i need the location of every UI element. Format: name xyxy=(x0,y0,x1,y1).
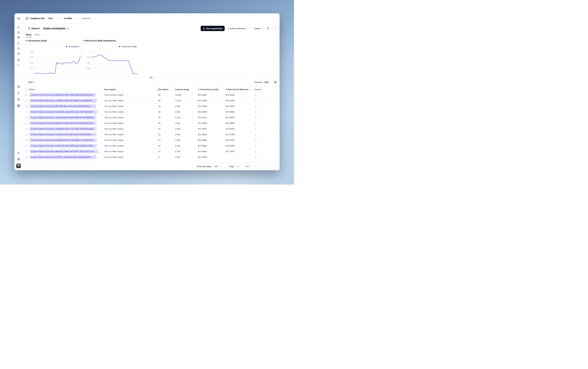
row-checkbox[interactable] xyxy=(25,150,28,153)
row-actions-menu-button[interactable] xyxy=(254,99,257,102)
row-actions-menu-button[interactable] xyxy=(254,138,257,142)
sidebar-item-home[interactable] xyxy=(16,30,21,35)
sidebar-item-search[interactable] xyxy=(16,25,21,30)
tab-runs[interactable]: Runs xyxy=(26,33,32,37)
sidebar-item-sessions[interactable] xyxy=(16,46,21,51)
table-row[interactable]: Custom Python Execution 1daec0f9-5e78-43… xyxy=(23,115,280,120)
table-row[interactable]: Custom Python Execution 114aa9ef-29e6-4e… xyxy=(23,98,280,103)
row-checkbox[interactable] xyxy=(25,94,28,96)
row-actions-menu-button[interactable] xyxy=(254,105,257,108)
filters-button[interactable]: Filters xyxy=(26,80,39,85)
last-page-button[interactable]: » xyxy=(273,164,278,169)
breadcrumb-section[interactable]: Datasets xyxy=(82,17,90,20)
row-actions-menu-button[interactable] xyxy=(254,144,257,148)
header-more-menu-button[interactable] xyxy=(273,26,278,31)
sidebar-item-playground[interactable] xyxy=(16,62,21,67)
page-number-input[interactable]: 1 xyxy=(235,164,244,169)
sidebar-item-tracing[interactable] xyxy=(16,41,21,46)
sidebar-item-evaluators[interactable] xyxy=(16,91,21,95)
database-icon xyxy=(28,27,30,30)
column-header-run-items[interactable]: Run Items xyxy=(157,88,174,91)
run-name-link[interactable]: Custom Python Execution 9fe23f98-881e-44… xyxy=(29,104,96,108)
row-actions-menu-button[interactable] xyxy=(254,133,257,136)
sidebar-item-users[interactable] xyxy=(16,51,21,56)
run-correctness-avg: Ø 0.6489 xyxy=(196,94,224,96)
run-name-link[interactable]: Custom Python Execution f6bb1614-1f90-40… xyxy=(29,121,97,125)
run-name-link[interactable]: Custom Python Execution 114aa9ef-29e6-4e… xyxy=(29,99,97,102)
table-row[interactable]: Custom Python Execution 5a15a616-1bab-44… xyxy=(23,109,280,115)
row-height-button[interactable] xyxy=(273,80,278,85)
row-checkbox[interactable] xyxy=(25,100,28,102)
run-description: Test our filter creator xyxy=(102,99,157,102)
row-actions-menu-button[interactable] xyxy=(254,127,257,131)
column-header-description[interactable]: Description xyxy=(102,88,157,91)
first-page-button[interactable]: « xyxy=(254,164,258,169)
dataset-info-button[interactable] xyxy=(67,27,69,30)
page-header: Dataset basic-examples Run experiment xyxy=(26,26,278,31)
table-row[interactable]: Custom Python Execution adfae619-abb0-4d… xyxy=(23,149,280,154)
rows-per-page-select[interactable]: 50 xyxy=(213,164,223,169)
user-avatar[interactable] xyxy=(16,164,21,168)
sidebar-item-datasets[interactable] xyxy=(16,103,21,108)
table-row[interactable]: Custom Python Execution 371f531c-abff-4d… xyxy=(23,154,280,160)
row-checkbox[interactable] xyxy=(25,145,28,147)
project-switcher-button[interactable] xyxy=(74,17,77,20)
run-name-link[interactable]: Custom Python Execution 5a15a616-1bab-44… xyxy=(29,110,98,114)
table-row[interactable]: Custom Python Execution f6bb1614-1f90-40… xyxy=(23,120,280,126)
breadcrumb-org[interactable]: langfuse-dev xyxy=(31,17,45,20)
table-row[interactable]: Custom Python Execution 74de488e-ec9d-47… xyxy=(23,126,280,132)
row-actions-menu-button[interactable] xyxy=(254,110,257,114)
run-name-link[interactable]: Custom Python Execution d66e7991-8595-45… xyxy=(29,93,96,97)
row-actions-menu-button[interactable] xyxy=(254,150,257,153)
sidebar-item-settings[interactable] xyxy=(16,150,21,155)
table-row[interactable]: Custom Python Execution 9fe23f98-881e-44… xyxy=(23,103,280,109)
org-switcher-button[interactable] xyxy=(56,17,59,20)
column-header-parse-error[interactable]: # Parse Error Rate (an... xyxy=(224,88,252,91)
run-name-link[interactable]: Custom Python Execution e14fa348-5cfc-49… xyxy=(29,133,97,136)
row-actions-menu-button[interactable] xyxy=(254,122,257,125)
sidebar-item-dashboards[interactable] xyxy=(16,35,21,40)
row-actions-menu-button[interactable] xyxy=(254,155,257,159)
row-checkbox[interactable] xyxy=(25,105,28,107)
run-name-link[interactable]: Custom Python Execution fe91b83e-04a5-47… xyxy=(29,138,97,142)
next-page-button[interactable]: › xyxy=(267,164,271,169)
run-name-link[interactable]: Custom Python Execution 371f531c-abff-4d… xyxy=(29,155,96,159)
row-checkbox[interactable] xyxy=(25,133,28,135)
sidebar-item-annotation[interactable] xyxy=(16,97,21,102)
tab-items[interactable]: Items xyxy=(35,33,40,37)
run-name-link[interactable]: Custom Python Execution 1daec0f9-5e78-43… xyxy=(29,116,97,120)
row-actions-menu-button[interactable] xyxy=(254,116,257,119)
row-checkbox[interactable] xyxy=(25,139,28,141)
resize-grip-handle[interactable] xyxy=(149,76,153,79)
row-checkbox[interactable] xyxy=(25,116,28,119)
table-row[interactable]: Custom Python Execution e14fa348-5cfc-49… xyxy=(23,132,280,137)
evaluators-dropdown[interactable]: 1 active evaluators xyxy=(226,26,251,31)
table-row[interactable]: Custom Python Execution fe91b83e-04a5-47… xyxy=(23,137,280,143)
table-row[interactable]: Custom Python Execution d66e7991-8595-45… xyxy=(23,92,280,98)
run-name-link[interactable]: Custom Python Execution adfae619-abb0-4d… xyxy=(29,150,98,154)
page-header-left: Dataset basic-examples xyxy=(26,26,69,31)
sidebar-toggle-button[interactable] xyxy=(25,17,29,20)
sidebar-item-prompts[interactable] xyxy=(16,57,21,62)
column-header-latency[interactable]: Latency (avg) xyxy=(174,88,196,91)
sidebar-item-scores[interactable] xyxy=(16,84,21,89)
column-header-name[interactable]: Name xyxy=(28,87,102,92)
charts-dropdown[interactable]: Charts 2 xyxy=(252,26,271,31)
run-name-link[interactable]: Custom Python Execution 076b2704-341d-48… xyxy=(29,144,97,148)
row-actions-menu-button[interactable] xyxy=(254,93,257,97)
table-row[interactable]: Custom Python Execution 076b2704-341d-48… xyxy=(23,143,280,149)
breadcrumb-project[interactable]: no-filter xyxy=(64,17,72,20)
row-checkbox[interactable] xyxy=(25,122,28,124)
sidebar-item-support[interactable] xyxy=(16,157,21,162)
run-name-link[interactable]: Custom Python Execution 74de488e-ec9d-47… xyxy=(29,127,97,131)
run-description: Test our filter creator xyxy=(102,128,157,130)
row-checkbox[interactable] xyxy=(25,128,28,130)
row-checkbox[interactable] xyxy=(25,111,28,113)
row-checkbox[interactable] xyxy=(25,156,28,158)
prev-page-button[interactable]: ‹ xyxy=(260,164,265,169)
columns-button[interactable]: Columns 8/15 xyxy=(252,80,272,85)
column-header-correctness[interactable]: # Correctness (eval) xyxy=(196,88,224,91)
select-all-checkbox[interactable] xyxy=(25,88,28,91)
playground-terminal-icon xyxy=(17,63,20,66)
run-experiment-button[interactable]: Run experiment xyxy=(201,26,225,31)
